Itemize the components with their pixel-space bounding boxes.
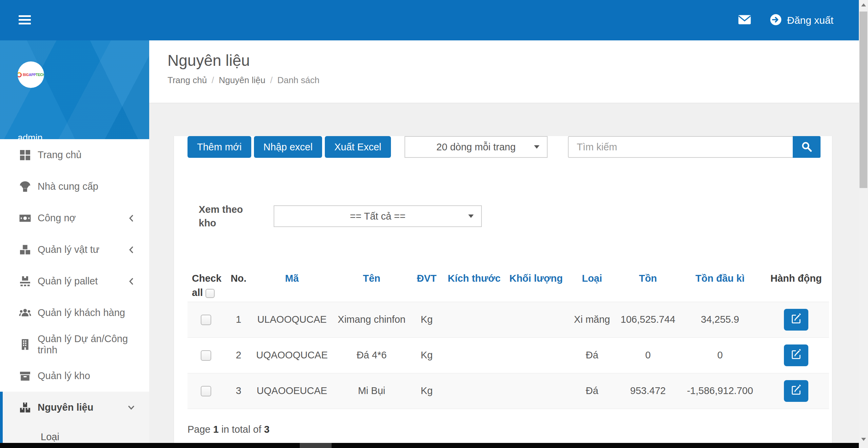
sidebar-item-cong-no[interactable]: Công nợ [0, 202, 149, 234]
search-group [568, 136, 821, 158]
materials-table: Check all No. Mã Tên ĐVT Kích thước Khối… [188, 269, 829, 409]
chevron-down-icon [127, 403, 136, 412]
cell-khoi-luong [507, 373, 565, 409]
cell-no: 3 [224, 373, 253, 409]
page-title: Nguyên liệu [167, 51, 859, 70]
current-page-number: 1 [213, 424, 219, 435]
col-ton-sort[interactable]: Tồn [619, 269, 677, 302]
pallet-icon [19, 275, 32, 288]
caret-down-icon [468, 214, 474, 218]
scrollbar-thumb[interactable] [860, 12, 867, 188]
check-all-checkbox[interactable] [205, 289, 215, 298]
sign-out-icon [770, 14, 782, 27]
search-button[interactable] [793, 136, 821, 158]
navbar-right: Đăng xuất [738, 0, 833, 40]
chevron-left-icon [127, 245, 136, 254]
col-ma-sort[interactable]: Mã [253, 269, 331, 302]
money-bill-icon [19, 212, 32, 225]
sidebar-item-label: Quản lý pallet [38, 276, 98, 287]
total-pages-number: 3 [264, 424, 270, 435]
col-loai-sort[interactable]: Loại [565, 269, 619, 302]
logout-button[interactable]: Đăng xuất [770, 14, 833, 27]
sidebar-item-quan-ly-vat-tu[interactable]: Quản lý vật tư [0, 234, 149, 265]
sidebar-item-trang-chu[interactable]: Trang chủ [0, 139, 149, 171]
chevron-left-icon [127, 277, 136, 286]
edit-button[interactable] [784, 380, 808, 402]
messages-button[interactable] [738, 15, 751, 26]
user-panel: BIGAPPTECH admin Super Admin [0, 40, 149, 139]
search-icon [801, 141, 812, 153]
vertical-scrollbar[interactable] [859, 0, 868, 448]
sidebar-active-section: Nguyên liệu Loại [0, 392, 149, 448]
export-excel-button[interactable]: Xuất Excel [325, 136, 391, 158]
warehouse-select[interactable]: == Tất cả == [274, 205, 482, 227]
cell-khoi-luong [507, 337, 565, 373]
table-row: 3 UQAOOEUCAE Mi Bụi Kg Đá 953.472 -1,586… [188, 373, 829, 409]
cell-ton-dau-ki: 34,255.9 [677, 302, 763, 337]
sidebar-item-label: Quản lý Dự án/Công trình [38, 333, 149, 356]
sidebar-item-quan-ly-khach-hang[interactable]: Quản lý khách hàng [0, 297, 149, 329]
bottom-strip-segment [300, 443, 332, 448]
top-navbar: Đăng xuất [0, 0, 859, 40]
cell-ten: Ximang chinfon [331, 302, 412, 337]
cell-no: 1 [224, 302, 253, 337]
row-checkbox[interactable] [201, 386, 211, 396]
col-no: No. [224, 269, 253, 302]
breadcrumb-trang-chu[interactable]: Trang chủ [167, 75, 207, 86]
search-input[interactable] [568, 136, 793, 158]
breadcrumb-separator: / [212, 75, 214, 86]
sidebar-item-label: Công nợ [38, 212, 76, 224]
edit-button[interactable] [784, 309, 808, 331]
table-header-row: Check all No. Mã Tên ĐVT Kích thước Khối… [188, 269, 829, 302]
scroll-down-icon[interactable] [861, 438, 866, 441]
chevron-left-icon [127, 214, 136, 223]
warehouse-filter-label: Xem theo kho [199, 203, 246, 230]
add-new-button[interactable]: Thêm mới [188, 136, 251, 158]
archive-icon [19, 370, 32, 382]
sidebar-item-nguyen-lieu[interactable]: Nguyên liệu [3, 392, 149, 423]
cell-kich-thuoc [441, 373, 507, 409]
cell-ma: UQAOOQUCAE [253, 337, 331, 373]
col-dvt-sort[interactable]: ĐVT [412, 269, 441, 302]
cubes-icon [19, 243, 32, 256]
page-summary: Page 1 in total of 3 [188, 424, 828, 435]
sidebar-menu: Trang chủ Nhà cung cấp Công nợ Quản lý [0, 139, 149, 448]
col-kich-thuoc-sort[interactable]: Kích thước [441, 269, 507, 302]
cell-ton-dau-ki: 0 [677, 337, 763, 373]
page-size-select[interactable]: 20 dòng mỗi trang [405, 136, 548, 158]
sidebar-item-quan-ly-du-an[interactable]: Quản lý Dự án/Công trình [0, 329, 149, 360]
parachute-box-icon [19, 180, 32, 193]
cell-loai: Xi măng [565, 302, 619, 337]
cell-kich-thuoc [441, 302, 507, 337]
cell-ten: Đá 4*6 [331, 337, 412, 373]
cell-kich-thuoc [441, 337, 507, 373]
cell-ten: Mi Bụi [331, 373, 412, 409]
check-all-header: Check all [188, 269, 224, 302]
sidebar-item-nha-cung-cap[interactable]: Nhà cung cấp [0, 171, 149, 202]
logo-text: BIGAPPTECH [23, 73, 44, 77]
sidebar: BIGAPPTECH admin Super Admin Trang chủ N… [0, 40, 149, 448]
filter-row: Xem theo kho == Tất cả == [188, 205, 828, 229]
breadcrumb-nguyen-lieu[interactable]: Nguyên liệu [219, 75, 265, 86]
sidebar-item-quan-ly-kho[interactable]: Quản lý kho [0, 360, 149, 392]
main-content: Nguyên liệu Trang chủ / Nguyên liệu / Da… [149, 40, 859, 448]
row-checkbox[interactable] [201, 315, 211, 325]
row-checkbox[interactable] [201, 350, 211, 361]
sidebar-subitem-label: Loại [41, 431, 59, 443]
sidebar-item-label: Quản lý vật tư [38, 244, 99, 255]
warehouse-select-value: == Tất cả == [350, 211, 406, 222]
import-excel-button[interactable]: Nhập excel [254, 136, 322, 158]
sidebar-item-label: Quản lý khách hàng [38, 307, 125, 318]
scroll-up-icon[interactable] [861, 3, 866, 6]
sidebar-item-quan-ly-pallet[interactable]: Quản lý pallet [0, 265, 149, 297]
sidebar-toggle-icon[interactable] [19, 15, 32, 26]
users-icon [19, 306, 32, 319]
col-khoi-luong-sort[interactable]: Khối lượng [507, 269, 565, 302]
col-ten-sort[interactable]: Tên [331, 269, 412, 302]
data-card: Thêm mới Nhập excel Xuất Excel 20 dòng m… [174, 136, 832, 448]
page-size-value: 20 dòng mỗi trang [436, 142, 516, 153]
cell-dvt: Kg [412, 337, 441, 373]
col-ton-dau-ki-sort[interactable]: Tồn đầu kì [677, 269, 763, 302]
edit-button[interactable] [784, 344, 808, 366]
bottom-strip [0, 443, 859, 448]
